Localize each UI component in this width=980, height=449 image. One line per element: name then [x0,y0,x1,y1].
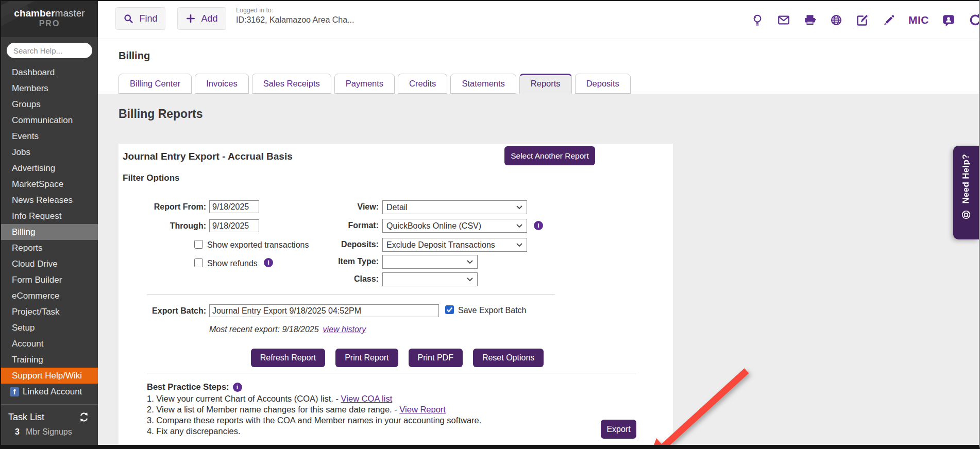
class-label: Class: [273,274,379,284]
show-refunds-checkbox[interactable] [194,258,203,267]
through-input[interactable] [209,219,259,232]
sidebar-item-events[interactable]: Events [1,128,98,144]
main-content: Billing Billing Center Invoices Sales Re… [98,39,979,445]
view-report-link[interactable]: View Report [399,405,446,414]
step-text: 4. Fix any discrepancies. [147,426,241,436]
task-refresh-icon[interactable] [78,411,90,423]
recent-export-text: Most recent export: 9/18/2025 [209,325,319,334]
sidebar-item-jobs[interactable]: Jobs [1,144,98,160]
sidebar-item-linked-account[interactable]: f Linked Account [1,384,98,400]
task-item-label: Mbr Signups [26,427,72,436]
best-practice-step: 2. View a list of Member name changes fo… [147,405,446,415]
globe-icon[interactable] [830,13,843,27]
save-export-batch-checkbox[interactable] [445,305,454,314]
envelope-icon[interactable] [777,13,790,27]
export-batch-input[interactable] [209,304,439,317]
tab-deposits[interactable]: Deposits [575,74,631,94]
tab-billing-center[interactable]: Billing Center [119,74,192,94]
sidebar-item-training[interactable]: Training [1,352,98,368]
print-pdf-button[interactable]: Print PDF [409,349,463,367]
refresh-report-button[interactable]: Refresh Report [251,349,326,367]
reset-options-button[interactable]: Reset Options [473,349,544,367]
compose-icon[interactable] [856,13,869,27]
sidebar-item-project-task[interactable]: Project/Task [1,304,98,320]
tab-credits[interactable]: Credits [398,74,447,94]
view-label: View: [273,202,379,212]
linked-account-label: Linked Account [23,387,82,397]
sidebar-item-info-request[interactable]: Info Request [1,208,98,224]
export-batch-label: Export Batch: [119,306,206,316]
select-another-report-button[interactable]: Select Another Report [504,146,595,165]
report-from-input[interactable] [209,200,259,213]
content-background: Billing Reports Journal Entry Export - A… [98,94,979,445]
sidebar-item-marketspace[interactable]: MarketSpace [1,176,98,192]
chevron-down-icon [467,260,473,264]
task-list-title: Task List [8,412,44,423]
view-coa-list-link[interactable]: View COA list [341,394,393,403]
export-button[interactable]: Export [601,420,636,439]
sidebar-item-communication[interactable]: Communication [1,112,98,128]
printer-icon[interactable] [803,13,817,27]
pencil-icon[interactable] [882,13,895,27]
page-title: Billing [119,50,150,62]
sidebar-item-cloud-drive[interactable]: Cloud Drive [1,256,98,272]
add-label: Add [201,13,217,24]
format-value: QuickBooks Online (CSV) [386,221,481,231]
sidebar-item-setup[interactable]: Setup [1,320,98,336]
logged-in-info: Logged in to: ID:3162, Kalamazoo Area Ch… [236,7,354,25]
tab-payments[interactable]: Payments [334,74,395,94]
tab-reports[interactable]: Reports [519,74,572,94]
refunds-info-icon[interactable]: i [264,258,273,267]
deposits-label: Deposits: [273,240,379,249]
view-history-link[interactable]: view history [323,325,366,334]
refresh-icon[interactable] [968,13,980,27]
sidebar-item-news-releases[interactable]: News Releases [1,192,98,208]
add-button[interactable]: Add [177,7,226,30]
find-label: Find [139,13,157,24]
sidebar-item-advertising[interactable]: Advertising [1,160,98,176]
sidebar-item-support-help[interactable]: Support Help/Wiki [1,368,98,384]
lightbulb-icon[interactable] [751,13,764,27]
search-help-input[interactable] [7,43,92,58]
billing-tabs: Billing Center Invoices Sales Receipts P… [119,74,631,94]
best-practices-info-icon[interactable]: i [233,383,242,392]
logged-in-label: Logged in to: [236,7,354,14]
chevron-down-icon [516,243,522,247]
format-label: Format: [273,221,379,230]
logo-sub: PRO [1,19,98,28]
report-actions: Refresh Report Print Report Print PDF Re… [147,349,648,367]
sidebar-item-reports[interactable]: Reports [1,240,98,256]
deposits-select[interactable]: Exclude Deposit Transactions [382,238,527,252]
view-select[interactable]: Detail [382,200,527,214]
divider [147,373,636,373]
item-type-select[interactable] [382,255,478,269]
step-text: 2. View a list of Member name changes fo… [147,405,399,414]
tab-sales-receipts[interactable]: Sales Receipts [252,74,331,94]
tab-statements[interactable]: Statements [450,74,516,94]
need-help-tab[interactable]: Need Help? [953,146,979,239]
check-icon [446,307,453,313]
show-refunds-label: Show refunds [207,259,258,268]
report-from-label: Report From: [119,202,206,212]
show-exported-checkbox[interactable] [194,240,203,249]
recent-export-line: Most recent export: 9/18/2025view histor… [209,325,366,334]
sidebar-item-form-builder[interactable]: Form Builder [1,272,98,288]
support-chat-icon[interactable] [942,13,955,27]
print-report-button[interactable]: Print Report [335,349,398,367]
mic-label[interactable]: MIC [908,14,929,26]
format-info-icon[interactable]: i [534,221,543,230]
sidebar-item-ecommerce[interactable]: eCommerce [1,288,98,304]
sidebar-item-billing[interactable]: Billing [1,224,98,240]
find-button[interactable]: Find [115,7,165,30]
sidebar-item-members[interactable]: Members [1,80,98,96]
topbar-icons: MIC [751,1,980,39]
class-select[interactable] [382,272,478,286]
format-select[interactable]: QuickBooks Online (CSV) [382,219,527,233]
task-list-item[interactable]: 3Mbr Signups [1,423,98,437]
sidebar-item-groups[interactable]: Groups [1,96,98,112]
tab-invoices[interactable]: Invoices [195,74,249,94]
sidebar-search-wrap [1,37,98,62]
chevron-down-icon [467,278,473,282]
sidebar-item-account[interactable]: Account [1,336,98,352]
sidebar-item-dashboard[interactable]: Dashboard [1,64,98,80]
